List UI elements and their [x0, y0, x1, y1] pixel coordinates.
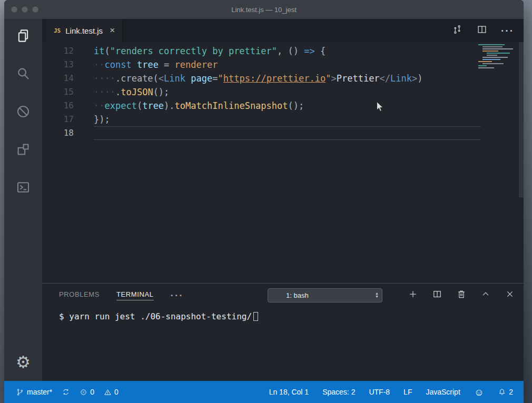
tab-problems[interactable]: PROBLEMS [59, 290, 100, 300]
gear-icon[interactable]: ⚙ [14, 351, 33, 372]
line-number: 13 [42, 58, 74, 72]
desktop: Link.test.js — 10_jest [0, 0, 532, 403]
traffic-lights [4, 6, 38, 13]
error-icon [80, 388, 87, 396]
code-line[interactable]: 13··const tree = renderer [42, 58, 524, 72]
window-title: Link.test.js — 10_jest [4, 6, 524, 14]
kill-terminal-icon[interactable] [456, 289, 467, 301]
cursor-position-status[interactable]: Ln 18, Col 1 [269, 388, 309, 396]
notifications-status[interactable]: 2 [498, 388, 513, 396]
minimize-window-button[interactable] [22, 6, 28, 13]
panel-more-actions-icon[interactable]: ··· [171, 290, 184, 300]
panel-actions [408, 289, 515, 301]
editor-scrollbar[interactable] [519, 42, 524, 283]
terminal-command-line: $ yarn run jest ./06-snapshot-testing/ [59, 311, 252, 321]
search-icon[interactable] [14, 64, 33, 83]
code-line[interactable]: 18 [42, 126, 524, 140]
sync-icon[interactable] [62, 388, 70, 396]
code-text: ····.create(<Link page="https://prettier… [94, 72, 481, 85]
terminal-select[interactable]: 1: bash ▲ ▼ [268, 288, 382, 303]
js-file-icon: JS [54, 27, 61, 34]
language-mode-status[interactable]: JavaScript [426, 388, 460, 396]
tab-terminal[interactable]: TERMINAL [116, 290, 154, 300]
panel-header: PROBLEMS TERMINAL ··· 1: bash ▲ ▼ [42, 284, 524, 307]
line-number: 15 [42, 85, 74, 99]
code-line[interactable]: 15····.toJSON(); [42, 85, 524, 99]
eol-status[interactable]: LF [403, 388, 412, 396]
line-number: 14 [42, 72, 74, 85]
panel: PROBLEMS TERMINAL ··· 1: bash ▲ ▼ [42, 283, 524, 381]
branch-name: master* [27, 388, 52, 396]
mouse-cursor-icon [376, 101, 384, 115]
close-window-button[interactable] [11, 6, 17, 13]
warning-icon [104, 388, 112, 396]
code-text [94, 126, 481, 140]
editor[interactable]: 12it("renders correctly by prettier", ()… [42, 42, 524, 283]
split-editor-icon[interactable] [476, 24, 488, 37]
scrollbar-thumb[interactable] [519, 42, 524, 197]
terminal-cursor [253, 312, 258, 321]
maximize-panel-icon[interactable] [480, 289, 491, 301]
encoding-status[interactable]: UTF-8 [369, 388, 390, 396]
bell-icon [498, 388, 506, 396]
tab-bar: JS Link.test.js × [42, 19, 524, 42]
status-bar: master* 0 [4, 381, 524, 403]
editor-actions: ··· [451, 19, 524, 42]
errors-status[interactable]: 0 [80, 388, 94, 396]
indentation-status[interactable]: Spaces: 2 [322, 388, 355, 396]
terminal-select-value: 1: bash [286, 291, 309, 299]
minimap[interactable] [478, 44, 517, 72]
line-number: 12 [42, 44, 74, 58]
code-text: ····.toJSON(); [94, 85, 481, 99]
zoom-window-button[interactable] [32, 6, 38, 13]
vscode-window: Link.test.js — 10_jest [4, 0, 524, 403]
tab-label: Link.test.js [65, 26, 103, 35]
code-line[interactable]: 12it("renders correctly by prettier", ()… [42, 44, 524, 58]
branch-icon [16, 388, 24, 397]
code-lines: 12it("renders correctly by prettier", ()… [42, 42, 524, 140]
close-panel-icon[interactable] [505, 289, 515, 301]
extensions-icon[interactable] [14, 140, 33, 159]
line-number: 17 [42, 113, 74, 126]
new-terminal-icon[interactable] [408, 289, 418, 301]
code-line[interactable]: 14····.create(<Link page="https://pretti… [42, 72, 524, 85]
code-line[interactable]: 16··expect(tree).toMatchInlineSnapshot()… [42, 99, 524, 113]
split-terminal-icon[interactable] [432, 289, 442, 301]
error-count: 0 [90, 388, 94, 396]
debug-icon[interactable] [14, 102, 33, 121]
activity-bar: ⚙ [4, 19, 42, 381]
terminal-output[interactable]: $ yarn run jest ./06-snapshot-testing/ [42, 307, 524, 381]
explorer-icon[interactable] [14, 26, 33, 45]
titlebar: Link.test.js — 10_jest [4, 0, 524, 19]
more-actions-icon[interactable]: ··· [501, 26, 514, 36]
code-text: it("renders correctly by prettier", () =… [94, 44, 481, 58]
warnings-status[interactable]: 0 [104, 388, 119, 396]
line-number: 18 [42, 126, 74, 140]
code-text: }); [94, 113, 481, 126]
code-text: ··const tree = renderer [94, 58, 481, 72]
select-arrows-icon: ▲ ▼ [375, 292, 379, 298]
code-text: ··expect(tree).toMatchInlineSnapshot(); [94, 99, 481, 113]
feedback-smiley-icon[interactable]: ☺ [474, 387, 484, 397]
line-number: 16 [42, 99, 74, 113]
git-branch-status[interactable]: master* [16, 388, 52, 397]
terminal-view-icon[interactable] [14, 178, 33, 197]
notification-count: 2 [509, 388, 513, 396]
tab-close-icon[interactable]: × [110, 25, 115, 36]
code-line[interactable]: 17}); [42, 113, 524, 126]
warning-count: 0 [114, 388, 119, 396]
tab-link-test-js[interactable]: JS Link.test.js × [46, 19, 123, 42]
open-changes-icon[interactable] [451, 24, 463, 37]
